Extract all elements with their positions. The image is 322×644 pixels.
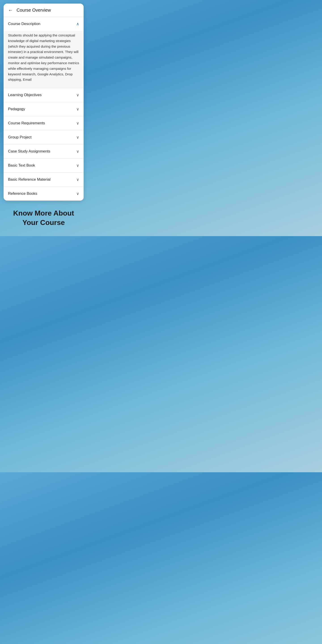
- section-case-study-assignments: Case Study Assignments ∨: [4, 144, 84, 158]
- section-basic-reference-material: Basic Reference Material ∨: [4, 173, 84, 187]
- section-label-course-requirements: Course Requirements: [8, 121, 45, 126]
- section-group-project: Group Project ∨: [4, 130, 84, 144]
- chevron-down-icon: ∨: [76, 163, 79, 168]
- chevron-down-icon: ∨: [76, 135, 79, 140]
- chevron-down-icon: ∨: [76, 121, 79, 126]
- section-label-pedagogy: Pedagogy: [8, 107, 25, 111]
- section-label-learning-objectives: Learning Objectives: [8, 93, 42, 97]
- section-reference-books: Reference Books ∨: [4, 187, 84, 200]
- section-header-course-description[interactable]: Course Description ∧: [4, 17, 84, 31]
- section-header-reference-books[interactable]: Reference Books ∨: [4, 187, 84, 200]
- chevron-up-icon: ∧: [76, 22, 79, 26]
- section-header-case-study-assignments[interactable]: Case Study Assignments ∨: [4, 144, 84, 158]
- section-label-reference-books: Reference Books: [8, 192, 37, 196]
- section-learning-objectives: Learning Objectives ∨: [4, 88, 84, 102]
- section-course-requirements: Course Requirements ∨: [4, 116, 84, 130]
- section-header-pedagogy[interactable]: Pedagogy ∨: [4, 102, 84, 116]
- page-title: Course Overview: [16, 8, 51, 13]
- chevron-down-icon: ∨: [76, 149, 79, 154]
- section-content-course-description: Students should be applying the conceptu…: [4, 31, 84, 88]
- section-label-basic-text-book: Basic Text Book: [8, 163, 35, 168]
- chevron-down-icon: ∨: [76, 177, 79, 182]
- section-course-description: Course Description ∧ Students should be …: [4, 17, 84, 88]
- section-label-case-study-assignments: Case Study Assignments: [8, 149, 50, 154]
- bottom-tagline: Know More About Your Course: [4, 209, 84, 227]
- section-header-course-requirements[interactable]: Course Requirements ∨: [4, 116, 84, 130]
- back-button[interactable]: ←: [8, 8, 13, 13]
- chevron-down-icon: ∨: [76, 107, 79, 112]
- page-header: ← Course Overview: [4, 4, 84, 17]
- chevron-down-icon: ∨: [76, 191, 79, 196]
- section-basic-text-book: Basic Text Book ∨: [4, 158, 84, 173]
- section-header-basic-text-book[interactable]: Basic Text Book ∨: [4, 158, 84, 172]
- course-overview-card: ← Course Overview Course Description ∧ S…: [4, 4, 84, 200]
- section-header-learning-objectives[interactable]: Learning Objectives ∨: [4, 88, 84, 102]
- section-header-basic-reference-material[interactable]: Basic Reference Material ∨: [4, 173, 84, 186]
- section-label-basic-reference-material: Basic Reference Material: [8, 177, 50, 182]
- section-label-group-project: Group Project: [8, 135, 32, 140]
- section-label-course-description: Course Description: [8, 22, 40, 26]
- section-header-group-project[interactable]: Group Project ∨: [4, 130, 84, 144]
- section-pedagogy: Pedagogy ∨: [4, 102, 84, 116]
- chevron-down-icon: ∨: [76, 92, 79, 98]
